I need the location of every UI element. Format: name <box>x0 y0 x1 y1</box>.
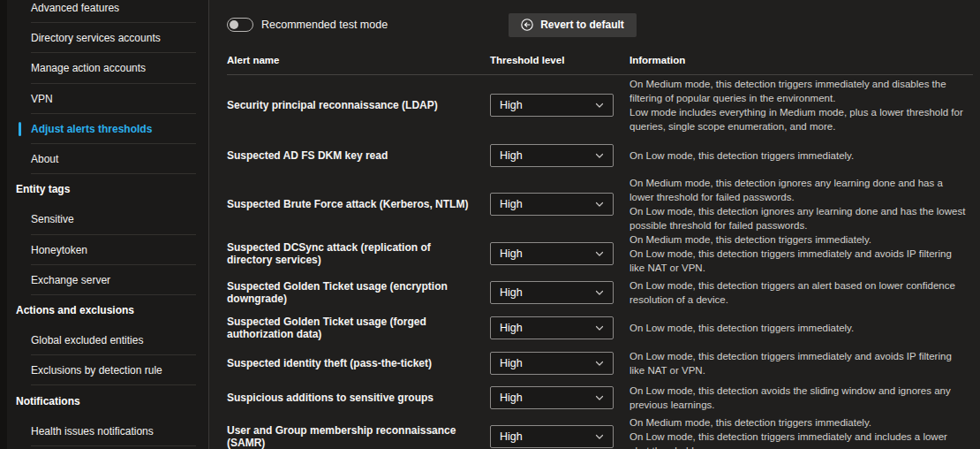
alert-name: Security principal reconnaissance (LDAP) <box>227 99 490 111</box>
threshold-value: High <box>500 392 523 404</box>
table-row: Suspected Golden Ticket usage (forged au… <box>227 310 973 346</box>
sidebar-item-global-excluded-entities[interactable]: Global excluded entities <box>7 325 208 355</box>
threshold-value: High <box>500 149 523 162</box>
alert-name: Suspected identity theft (pass-the-ticke… <box>227 357 490 369</box>
sidebar-item-label: Exchange server <box>31 274 110 286</box>
chevron-down-icon <box>594 323 605 333</box>
alert-information: On Low mode, this detection triggers an … <box>629 278 973 307</box>
alert-name: Suspected DCSync attack (replication of … <box>227 241 490 266</box>
alert-information: On Medium mode, this detection triggers … <box>629 232 973 275</box>
sidebar-item-label: Honeytoken <box>31 244 87 256</box>
threshold-value: High <box>500 99 523 111</box>
thresholds-toolbar: Recommended test mode Revert to default <box>227 0 973 46</box>
sidebar-item-label: Advanced features <box>31 2 119 14</box>
chevron-down-icon <box>594 199 605 209</box>
sidebar-item-directory-services-accounts[interactable]: Directory services accounts <box>7 23 208 53</box>
sidebar-item-vpn[interactable]: VPN <box>7 84 208 114</box>
alert-name: Suspicious additions to sensitive groups <box>227 392 490 404</box>
chevron-down-icon <box>594 150 605 161</box>
threshold-dropdown[interactable]: High <box>490 386 614 409</box>
alert-information: On Low mode, this detection triggers imm… <box>629 148 973 163</box>
table-row: Suspected AD FS DKM key read High On Low… <box>227 134 973 176</box>
sidebar-item-label: Adjust alerts thresholds <box>31 123 152 135</box>
sidebar-item-label: VPN <box>31 93 53 105</box>
chevron-down-icon <box>594 358 605 369</box>
alert-information: On Medium mode, this detection triggers … <box>629 415 973 449</box>
sidebar-item-advanced-features[interactable]: Advanced features <box>7 0 208 23</box>
alert-information: On Low mode, this detection triggers imm… <box>629 321 973 335</box>
table-row: User and Group membership reconnaissance… <box>227 415 973 449</box>
sidebar-item-about[interactable]: About <box>7 144 208 174</box>
table-header-row: Alert name Threshold level Information <box>227 46 973 75</box>
recommended-test-mode-label: Recommended test mode <box>261 19 388 31</box>
column-header-information: Information <box>629 55 973 65</box>
chevron-down-icon <box>594 392 605 403</box>
threshold-value: High <box>500 357 523 369</box>
alert-information: On Medium mode, this detection ignores a… <box>629 176 973 232</box>
settings-sidebar: Advanced features Directory services acc… <box>7 0 209 449</box>
revert-to-default-button[interactable]: Revert to default <box>509 13 637 37</box>
threshold-value: High <box>500 198 523 210</box>
sidebar-item-label: Manage action accounts <box>31 62 146 74</box>
circled-back-arrow-icon <box>521 19 533 31</box>
adjust-alerts-thresholds-panel: Recommended test mode Revert to default … <box>209 0 980 449</box>
alert-name: Suspected Golden Ticket usage (encryptio… <box>227 280 490 305</box>
chevron-down-icon <box>594 431 605 442</box>
threshold-dropdown[interactable]: High <box>490 144 614 167</box>
alert-name: Suspected AD FS DKM key read <box>227 149 490 162</box>
threshold-dropdown[interactable]: High <box>490 281 614 304</box>
threshold-value: High <box>500 430 523 443</box>
sidebar-section-actions-and-exclusions: Actions and exclusions <box>7 295 208 325</box>
sidebar-item-label: Directory services accounts <box>31 32 161 44</box>
alert-information: On Low mode, this detection avoids the s… <box>629 384 973 412</box>
threshold-dropdown[interactable]: High <box>490 94 614 117</box>
table-row: Suspicious additions to sensitive groups… <box>227 380 973 415</box>
sidebar-section-notifications: Notifications <box>7 385 208 415</box>
threshold-value: High <box>500 322 523 334</box>
sidebar-item-sensitive[interactable]: Sensitive <box>7 204 208 234</box>
threshold-dropdown[interactable]: High <box>490 352 614 375</box>
chevron-down-icon <box>594 287 605 298</box>
threshold-value: High <box>500 247 523 260</box>
sidebar-section-entity-tags: Entity tags <box>7 174 208 204</box>
threshold-value: High <box>500 286 523 299</box>
sidebar-nav-list: Advanced features Directory services acc… <box>7 0 208 446</box>
alert-name: Suspected Golden Ticket usage (forged au… <box>227 316 490 340</box>
sidebar-item-label: Health issues notifications <box>31 425 154 438</box>
chevron-down-icon <box>594 248 605 259</box>
recommended-test-mode-toggle[interactable] <box>227 18 253 32</box>
threshold-dropdown[interactable]: High <box>490 316 614 339</box>
revert-button-label: Revert to default <box>540 19 624 31</box>
alert-name: User and Group membership reconnaissance… <box>227 424 490 449</box>
selected-indicator-bar <box>19 122 21 136</box>
table-row: Suspected DCSync attack (replication of … <box>227 232 973 275</box>
alert-information: On Low mode, this detection triggers imm… <box>629 349 973 377</box>
column-header-threshold-level: Threshold level <box>490 55 629 65</box>
sidebar-item-label: Sensitive <box>31 213 74 225</box>
sidebar-item-label: Exclusions by detection rule <box>31 364 162 377</box>
window-left-edge <box>0 0 7 449</box>
chevron-down-icon <box>594 100 605 110</box>
sidebar-item-label: Global excluded entities <box>31 334 143 346</box>
sidebar-item-label: About <box>31 153 58 165</box>
sidebar-item-honeytoken[interactable]: Honeytoken <box>7 235 208 265</box>
threshold-dropdown[interactable]: High <box>490 425 614 448</box>
alert-name: Suspected Brute Force attack (Kerberos, … <box>227 198 490 210</box>
sidebar-item-exchange-server[interactable]: Exchange server <box>7 265 208 295</box>
toggle-knob <box>230 20 238 29</box>
sidebar-item-manage-action-accounts[interactable]: Manage action accounts <box>7 53 208 83</box>
threshold-dropdown[interactable]: High <box>490 242 614 265</box>
table-row: Security principal reconnaissance (LDAP)… <box>227 75 973 134</box>
table-row: Suspected Brute Force attack (Kerberos, … <box>227 176 973 232</box>
sidebar-item-adjust-alerts-thresholds[interactable]: Adjust alerts thresholds <box>7 114 208 144</box>
threshold-dropdown[interactable]: High <box>490 193 614 216</box>
alert-information: On Medium mode, this detection triggers … <box>629 77 973 133</box>
sidebar-item-exclusions-by-detection-rule[interactable]: Exclusions by detection rule <box>7 355 208 385</box>
column-header-alert-name: Alert name <box>227 55 490 65</box>
table-row: Suspected identity theft (pass-the-ticke… <box>227 346 973 380</box>
table-row: Suspected Golden Ticket usage (encryptio… <box>227 275 973 310</box>
sidebar-item-health-issues-notifications[interactable]: Health issues notifications <box>7 416 208 446</box>
